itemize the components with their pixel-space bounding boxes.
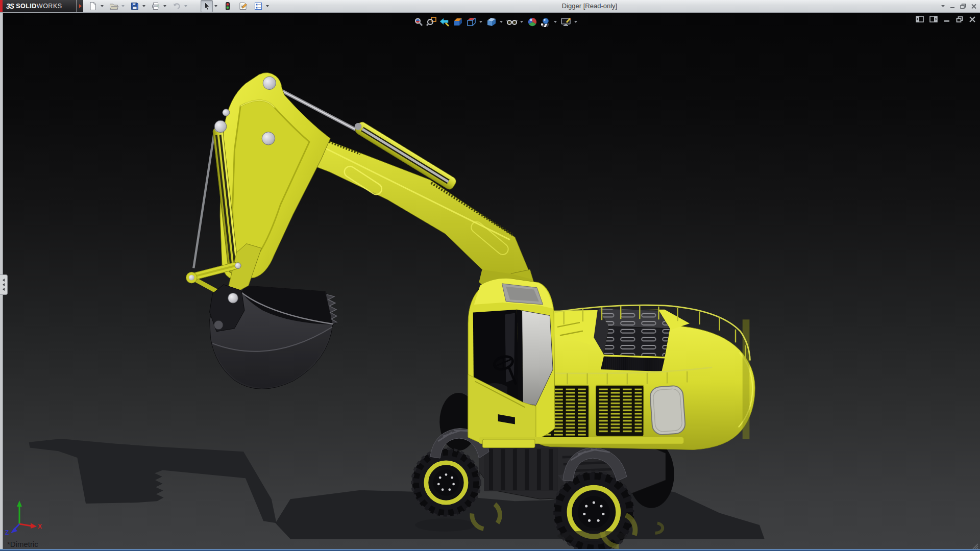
- section-view-button[interactable]: [451, 15, 464, 29]
- z-axis-label: Z: [5, 529, 9, 536]
- appearance-ball-icon: [527, 16, 538, 28]
- rebuild-traffic-light-icon: [223, 2, 232, 11]
- display-style-button[interactable]: [485, 15, 498, 29]
- select-dropdown[interactable]: [213, 1, 218, 12]
- zoom-to-fit-button[interactable]: [411, 15, 425, 29]
- print-dropdown[interactable]: [162, 1, 167, 12]
- display-style-icon: [486, 16, 497, 28]
- doc-restore-button[interactable]: [956, 16, 963, 22]
- x-axis-label: X: [38, 523, 42, 530]
- edit-appearance-button[interactable]: [526, 15, 539, 29]
- apply-scene-dropdown[interactable]: [552, 15, 558, 29]
- view-settings-icon: [560, 16, 572, 28]
- boom-bucket-shadow: [29, 439, 277, 523]
- feature-panel-collapse-handle[interactable]: [0, 274, 8, 295]
- expand-arrow-icon: [79, 4, 82, 8]
- solidworks-window: 3S SOLIDWORKS: [0, 0, 980, 551]
- document-window-controls: [916, 16, 976, 22]
- previous-view-button[interactable]: [438, 15, 451, 29]
- title-bar: 3S SOLIDWORKS: [0, 0, 980, 13]
- toolbar-options-caret[interactable]: [941, 4, 945, 8]
- new-button[interactable]: [87, 0, 99, 12]
- reference-triad: X Z: [0, 497, 61, 543]
- previous-view-icon: [439, 16, 450, 28]
- doc-close-button[interactable]: [969, 16, 976, 22]
- view-orientation-dropdown[interactable]: [478, 15, 483, 29]
- file-properties-icon: [238, 2, 248, 11]
- view-settings-button[interactable]: [559, 15, 573, 29]
- heads-up-view-toolbar: [411, 15, 578, 29]
- view-orientation-icon: [465, 16, 477, 28]
- link-rod: [193, 134, 214, 268]
- left-pin: [214, 120, 226, 132]
- show-task-pane-icon[interactable]: [929, 16, 938, 22]
- collapse-arrow-icon: [3, 288, 5, 291]
- front-left-wheel: [412, 448, 480, 516]
- section-view-icon: [452, 16, 463, 28]
- open-dropdown[interactable]: [120, 1, 126, 12]
- doc-minimize-button[interactable]: [943, 16, 950, 22]
- new-document-icon: [88, 2, 97, 11]
- select-button[interactable]: [201, 0, 213, 12]
- rebuild-button[interactable]: [222, 0, 234, 12]
- undo-dropdown[interactable]: [183, 1, 188, 12]
- show-feature-pane-icon[interactable]: [916, 16, 924, 22]
- mesh-strip: [601, 357, 665, 371]
- collapse-arrow-icon: [3, 283, 5, 286]
- digger-3d-model: [0, 12, 980, 549]
- solidworks-logo: 3S SOLIDWORKS: [0, 0, 77, 12]
- app-restore-button[interactable]: [960, 4, 966, 9]
- zoom-to-fit-icon: [412, 16, 424, 28]
- display-style-dropdown[interactable]: [498, 15, 504, 29]
- apex-pin: [263, 77, 276, 89]
- undo-arrow-icon: [172, 2, 181, 11]
- app-close-button[interactable]: [971, 4, 977, 9]
- options-button[interactable]: [252, 0, 264, 12]
- zoom-to-area-icon: [426, 16, 437, 28]
- save-dropdown[interactable]: [141, 1, 146, 12]
- options-dropdown[interactable]: [264, 1, 270, 12]
- solidworks-logo-mark: 3S: [6, 2, 14, 10]
- resize-grip[interactable]: [972, 543, 979, 549]
- view-orientation-button[interactable]: [464, 15, 478, 29]
- step-plate: [482, 439, 535, 448]
- hide-show-items-dropdown[interactable]: [519, 15, 524, 29]
- printer-icon: [151, 2, 160, 11]
- apply-scene-button[interactable]: [539, 15, 552, 29]
- rear-window: [650, 385, 686, 435]
- cab: [468, 269, 555, 444]
- graphics-viewport[interactable]: *Dimetric X Z: [0, 12, 980, 549]
- status-bar-edge: [0, 549, 980, 551]
- save-button[interactable]: [129, 0, 141, 12]
- app-minimize-button[interactable]: [950, 4, 955, 9]
- save-floppy-icon: [130, 2, 139, 11]
- window-title: Digger [Read-only]: [538, 0, 641, 12]
- brand-bold: SOLID: [16, 3, 37, 10]
- apply-scene-icon: [540, 16, 551, 28]
- brand-lite: WORKS: [37, 3, 62, 10]
- small-pin: [223, 109, 230, 116]
- options-checklist-icon: [254, 2, 263, 11]
- hide-show-items-button[interactable]: [505, 15, 519, 29]
- open-folder-icon: [109, 2, 118, 11]
- collapse-arrow-icon: [3, 279, 5, 282]
- y-axis-arrow: [17, 500, 22, 507]
- zoom-to-area-button[interactable]: [425, 15, 438, 29]
- select-cursor-icon: [202, 2, 211, 11]
- boom-plate: [220, 72, 330, 280]
- print-button[interactable]: [150, 0, 162, 12]
- menu-expand-button[interactable]: [77, 0, 83, 12]
- x-axis-arrow: [31, 523, 37, 529]
- file-properties-button[interactable]: [237, 0, 249, 12]
- open-button[interactable]: [108, 0, 120, 12]
- logo-red-stripe: [0, 0, 3, 12]
- new-dropdown[interactable]: [99, 1, 105, 12]
- elbow-pin: [262, 132, 275, 145]
- undo-button[interactable]: [170, 0, 183, 12]
- view-settings-dropdown[interactable]: [573, 15, 578, 29]
- eyeglasses-icon: [506, 16, 518, 28]
